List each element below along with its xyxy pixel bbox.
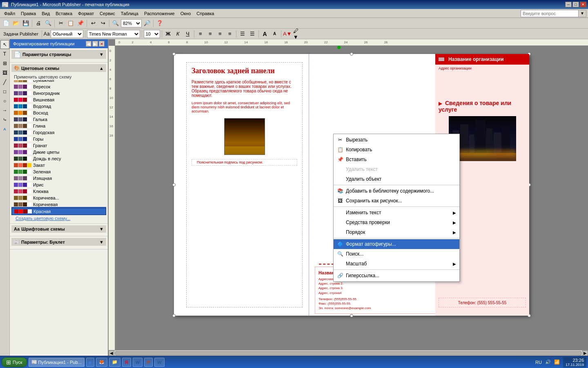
- open-button[interactable]: 📂: [11, 19, 20, 28]
- ctx-add-library[interactable]: 📚 Добавить в библиотеку содержимого...: [334, 186, 459, 196]
- ctx-change-text[interactable]: Изменить текст ▶: [334, 208, 459, 218]
- oval-tool[interactable]: ○: [0, 96, 9, 105]
- color-scheme-item-1[interactable]: Бумажная: [11, 80, 106, 83]
- ctx-save-image[interactable]: 🖼 Сохранить как рисунок...: [334, 196, 459, 206]
- color-scheme-item-2[interactable]: Вересок: [11, 83, 106, 90]
- color-scheme-item-13[interactable]: Дождь в лесу: [11, 155, 106, 162]
- ctx-scale[interactable]: Масштаб ▶: [334, 259, 459, 269]
- preview-button[interactable]: 🔍: [44, 19, 53, 28]
- taskbar-ppt-app[interactable]: P: [144, 358, 153, 367]
- ctx-hyperlink[interactable]: 🔗 Гиперссылка...: [334, 271, 459, 280]
- large-text-button[interactable]: A: [261, 29, 270, 38]
- taskbar-publisher-app[interactable]: 📰 Публикация1 - Pub...: [29, 358, 85, 367]
- minimize-button[interactable]: ─: [565, 2, 572, 7]
- color-scheme-item-17[interactable]: Ирис: [11, 182, 106, 188]
- font-schemes-toggle[interactable]: Аа Шрифтовые схемы ▼: [11, 225, 106, 233]
- print-button[interactable]: 🖨: [34, 19, 43, 28]
- color-scheme-item-9[interactable]: Городская: [11, 129, 106, 136]
- color-scheme-item-15[interactable]: Зеленая: [11, 168, 106, 175]
- table-tool[interactable]: ⊞: [0, 59, 9, 68]
- bold-button[interactable]: Ж: [164, 29, 173, 38]
- menu-view[interactable]: Вид: [39, 10, 52, 17]
- color-scheme-item-18[interactable]: Клюква: [11, 188, 106, 195]
- redo-button[interactable]: ↪: [98, 19, 107, 28]
- color-scheme-item-11[interactable]: Гранат: [11, 142, 106, 149]
- ctx-format-shape[interactable]: 🔷 Формат автофигуры...: [334, 239, 459, 249]
- font-name-select[interactable]: Times New Roman: [87, 30, 140, 38]
- color-scheme-item-6[interactable]: Восход: [11, 110, 106, 116]
- panel-close-button[interactable]: ✕: [99, 41, 105, 47]
- help-button[interactable]: ❓: [155, 19, 164, 28]
- taskbar-ie-app[interactable]: e: [86, 358, 94, 367]
- align-right-button[interactable]: ≡: [216, 29, 225, 38]
- page-settings-toggle[interactable]: 📄 Параметры страницы ▼: [11, 50, 106, 59]
- scroll-left-button[interactable]: ◀: [109, 350, 114, 356]
- color-scheme-item-14[interactable]: Закат: [11, 162, 106, 168]
- maximize-button[interactable]: □: [572, 2, 579, 7]
- line-tool[interactable]: ╱: [0, 78, 9, 87]
- color-scheme-item-3[interactable]: Виноградник: [11, 90, 106, 96]
- search-button[interactable]: ▼: [578, 10, 586, 17]
- color-scheme-item-5[interactable]: Водопад: [11, 103, 106, 110]
- save-button[interactable]: 💾: [21, 19, 30, 28]
- ctx-cut[interactable]: ✂ Вырезать: [334, 135, 459, 145]
- scroll-right-button[interactable]: ▶: [582, 350, 588, 356]
- color-scheme-item-19[interactable]: Коричнева...: [11, 195, 106, 201]
- align-left-button[interactable]: ≡: [196, 29, 205, 38]
- menu-service[interactable]: Сервис: [97, 10, 118, 17]
- taskbar-word2-app[interactable]: W: [154, 358, 164, 367]
- numbering-button[interactable]: ☰: [248, 29, 257, 38]
- rotation-handle[interactable]: [337, 46, 341, 49]
- paste-button[interactable]: 📌: [76, 19, 85, 28]
- menu-insert[interactable]: Вставка: [53, 10, 75, 17]
- text-tool[interactable]: T: [0, 49, 9, 58]
- underline-button[interactable]: Ч: [183, 29, 192, 38]
- canvas-scroll[interactable]: 0 2 4 6 8 10 12 14 16 18: [109, 46, 588, 350]
- search-input[interactable]: [521, 11, 578, 16]
- color-scheme-item-21[interactable]: Красная: [11, 208, 106, 215]
- taskbar-word-app[interactable]: W: [133, 358, 143, 367]
- taskbar-explorer-app[interactable]: 📁: [109, 358, 120, 367]
- ctx-paste[interactable]: 📌 Вставить: [334, 155, 459, 164]
- connect-tool[interactable]: ⤷: [0, 115, 9, 124]
- menu-help[interactable]: Справка: [194, 10, 216, 17]
- arrow-tool[interactable]: →: [0, 106, 9, 115]
- color-scheme-item-12[interactable]: Дикие цветы: [11, 149, 106, 155]
- highlight-button[interactable]: 🖊▼: [293, 29, 302, 38]
- color-scheme-item-4[interactable]: Вишневая: [11, 96, 106, 103]
- color-scheme-item-20[interactable]: Коричневая: [11, 201, 106, 208]
- color-scheme-item-10[interactable]: Горы: [11, 136, 106, 142]
- zoom-out-button[interactable]: 🔍: [111, 19, 120, 28]
- taskbar-firefox-app[interactable]: 🦊: [96, 358, 107, 367]
- picture-tool[interactable]: 🖼: [0, 68, 9, 77]
- select-tool[interactable]: ↖: [0, 40, 9, 49]
- zoom-in-button[interactable]: 🔎: [143, 19, 151, 28]
- justify-button[interactable]: ≡: [225, 29, 234, 38]
- panel-back-button[interactable]: ◀: [86, 41, 91, 47]
- ctx-copy[interactable]: 📋 Копировать: [334, 145, 459, 155]
- style-select[interactable]: Обычный: [51, 30, 83, 38]
- font-size-select[interactable]: 10: [144, 30, 160, 38]
- align-center-button[interactable]: ≡: [206, 29, 215, 38]
- ctx-delete-object[interactable]: Удалить объект: [334, 174, 459, 184]
- shape-tool[interactable]: □: [0, 87, 9, 96]
- new-button[interactable]: 📄: [2, 19, 11, 28]
- scrollbar-horizontal[interactable]: ◀ ▶: [109, 350, 588, 356]
- panel-forward-button[interactable]: ▶: [92, 41, 98, 47]
- ctx-search[interactable]: 🔍 Поиск...: [334, 249, 459, 259]
- zoom-select[interactable]: 82%100%150%: [121, 19, 142, 27]
- menu-file[interactable]: Файл: [2, 10, 18, 17]
- copy-button[interactable]: 📋: [66, 19, 75, 28]
- create-scheme-link[interactable]: Создать цветовую схему...: [13, 215, 73, 222]
- wordart-tool[interactable]: A: [0, 125, 9, 134]
- color-scheme-item-8[interactable]: Глина: [11, 123, 106, 129]
- menu-table[interactable]: Таблица: [118, 10, 141, 17]
- italic-button[interactable]: К: [174, 29, 183, 38]
- ctx-spelling[interactable]: Средства проверки ▶: [334, 218, 459, 227]
- taskbar-yandex-app[interactable]: Я: [122, 358, 131, 367]
- font-color-button[interactable]: A▼: [283, 29, 292, 38]
- booklet-params-toggle[interactable]: 📰 Параметры: Буклет ▼: [11, 238, 106, 246]
- ctx-order[interactable]: Порядок ▶: [334, 227, 459, 237]
- close-button[interactable]: ✕: [580, 2, 586, 7]
- color-scheme-item-7[interactable]: Галька: [11, 116, 106, 123]
